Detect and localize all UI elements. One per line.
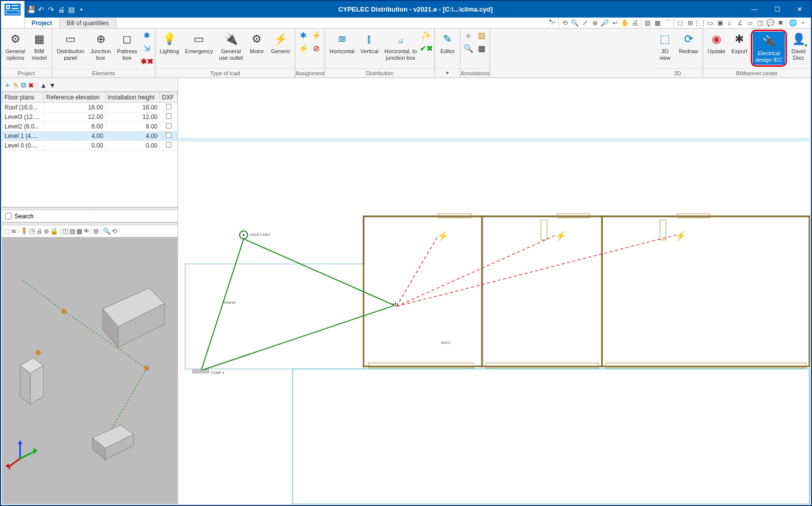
user-account-button[interactable]: 👤●David Díez xyxy=(788,30,809,63)
layers-icon[interactable]: ▥ xyxy=(642,18,653,28)
emergency-button[interactable]: ▭Emergency xyxy=(183,30,216,56)
search-checkbox[interactable] xyxy=(5,213,12,219)
print-icon[interactable]: 🖨 xyxy=(57,5,66,14)
electrical-design-iec-button[interactable]: 🔌Electrical design IEC xyxy=(753,32,785,65)
save-icon[interactable]: 💾 xyxy=(27,5,36,14)
assign-link-icon[interactable]: ✱ xyxy=(297,30,309,42)
horizontal-button[interactable]: ≋Horizontal xyxy=(327,30,357,56)
pv-layers-icon[interactable]: ≋ xyxy=(11,227,17,235)
ribbon-group-label[interactable]: ▾ xyxy=(435,68,460,77)
notes-icon[interactable]: ◫ xyxy=(755,18,765,28)
export-button[interactable]: ✱Export xyxy=(729,30,750,56)
3d-view-button[interactable]: ⬚3D view xyxy=(655,30,676,63)
binoculars-icon[interactable]: 🔭 xyxy=(547,18,557,28)
qat-dropdown-icon[interactable]: ▾ xyxy=(77,5,86,14)
pv-eye-icon[interactable]: 👁 xyxy=(83,227,90,235)
horizontal-junction-button[interactable]: ⟓Horizontal, to junction box xyxy=(382,30,420,63)
pv-box-icon[interactable]: ◳ xyxy=(29,227,35,235)
zoom-prev-icon[interactable]: ↩ xyxy=(610,18,620,28)
pv-i1-icon[interactable]: ◫ xyxy=(62,227,68,235)
lighting-button[interactable]: 💡Lighting xyxy=(157,30,182,56)
measure-icon[interactable]: ⟀ xyxy=(725,18,735,28)
grid-settings-icon[interactable]: ▦ xyxy=(653,18,663,28)
general-options-button[interactable]: ⚙General options xyxy=(3,30,28,63)
pv-i2-icon[interactable]: ▨ xyxy=(69,227,75,235)
tracking-icon[interactable]: ⋮⋮ xyxy=(695,18,705,28)
table-row[interactable]: Level2 (8.0...8.008.00 xyxy=(3,122,178,132)
table-row[interactable]: Roof (16.0...16.0016.00 xyxy=(3,103,178,112)
minimize-button[interactable]: — xyxy=(743,1,766,18)
assign-bolt-icon[interactable]: ⚡ xyxy=(297,43,309,55)
add-row-icon[interactable]: ＋ xyxy=(4,81,11,90)
pv-3d-icon[interactable]: ⬚ xyxy=(4,227,10,235)
pv-explode-icon[interactable]: ⊞ xyxy=(93,227,99,235)
zoom-refresh-icon[interactable]: ⟲ xyxy=(560,18,570,28)
preview-icon[interactable]: ▤ xyxy=(67,5,76,14)
zoom-realtime-icon[interactable]: 🔎 xyxy=(600,18,610,28)
floor-plans-table[interactable]: Floor plans Reference elevation Installa… xyxy=(2,92,178,207)
pv-i3-icon[interactable]: ▦ xyxy=(76,227,82,235)
dist-check-icon[interactable]: ✔✖ xyxy=(420,43,432,55)
table-row[interactable]: Level3 (12....12.0012.00 xyxy=(3,112,178,122)
close-button[interactable]: ✕ xyxy=(788,1,811,18)
editor-button[interactable]: ✎Editor xyxy=(437,30,458,56)
distribution-panel-button[interactable]: ▭Distribution panel xyxy=(54,30,87,63)
junction-box-button[interactable]: ⊕Junction box xyxy=(88,30,113,63)
elements-delete-icon[interactable]: ✱✖ xyxy=(141,56,153,68)
pv-person-icon[interactable]: 🧍 xyxy=(20,227,28,235)
col-reference-elevation[interactable]: Reference elevation xyxy=(44,92,106,103)
tab-project[interactable]: Project xyxy=(25,18,60,28)
general-use-outlet-button[interactable]: 🔌General use outlet xyxy=(217,30,246,63)
annot-find-icon[interactable]: 🔍 xyxy=(462,43,474,55)
pv-lock-icon[interactable]: 🔒 xyxy=(50,227,58,235)
help-dropdown-icon[interactable]: ▾ xyxy=(798,18,808,28)
pv-zoom-icon[interactable]: 🔍 xyxy=(103,227,111,235)
edit-row-icon[interactable]: ✎ xyxy=(13,81,19,89)
comment-icon[interactable]: 💬 xyxy=(765,18,775,28)
maximize-button[interactable]: ☐ xyxy=(766,1,788,18)
angle-icon[interactable]: ∠ xyxy=(735,18,745,28)
table-row[interactable]: Level 1 (4....4.004.00 xyxy=(3,132,178,141)
annot-text-icon[interactable]: ⟐ xyxy=(462,30,474,42)
redo-icon[interactable]: ↷ xyxy=(47,5,56,14)
motor-button[interactable]: ⚙Motor xyxy=(246,30,267,56)
tab-bill-of-quantities[interactable]: Bill of quantities xyxy=(60,18,116,28)
bim-model-button[interactable]: ▦BIM model xyxy=(29,30,50,63)
dxf-icon[interactable]: ▣ xyxy=(715,18,725,28)
pv-print-icon[interactable]: 🖨 xyxy=(36,227,43,235)
delete-row-icon[interactable]: ✖ xyxy=(28,81,34,89)
pv-refresh-icon[interactable]: ⟲ xyxy=(112,227,117,235)
vertical-button[interactable]: ⫿Vertical xyxy=(358,30,381,56)
col-installation-height[interactable]: Installation height xyxy=(105,92,159,103)
snap-icon[interactable]: ⌒ xyxy=(663,18,673,28)
drawing-canvas[interactable]: ⚡ ⚡ ⚡ O01/EX-ME2 CGMP-1 xyxy=(178,79,810,504)
col-dxf[interactable]: DXF xyxy=(160,92,178,103)
ortho-icon[interactable]: ◻ xyxy=(675,18,685,28)
elements-edit-icon[interactable]: ✱ xyxy=(141,30,153,42)
pan-icon[interactable]: ✋ xyxy=(620,18,630,28)
col-floor-plans[interactable]: Floor plans xyxy=(3,92,44,103)
pv-globe-icon[interactable]: ⊛ xyxy=(44,227,49,235)
help-icon[interactable]: 🌐 xyxy=(788,18,798,28)
assign-remove-icon[interactable]: ⊘ xyxy=(310,43,322,55)
copy-row-icon[interactable]: ⧉ xyxy=(21,81,26,89)
undo-icon[interactable]: ↶ xyxy=(37,5,46,14)
print-view-icon[interactable]: 🖨 xyxy=(630,18,640,28)
zoom-window-icon[interactable]: 🔍 xyxy=(570,18,580,28)
elements-move-icon[interactable]: ⇲ xyxy=(141,43,153,55)
move-down-icon[interactable]: ▼ xyxy=(49,81,56,89)
assign-bolt2-icon[interactable]: ⚡ xyxy=(310,30,322,42)
table-row[interactable]: Level 0 (0....0.000.00 xyxy=(3,141,178,151)
preview-3d-viewport[interactable] xyxy=(2,237,178,504)
area-icon[interactable]: ▱ xyxy=(745,18,755,28)
redraw-button[interactable]: ⟳Redraw xyxy=(677,30,701,56)
template-icon[interactable]: ▭ xyxy=(705,18,715,28)
config-icon[interactable]: ✖ xyxy=(775,18,785,28)
dist-wand-icon[interactable]: ✨ xyxy=(420,30,432,42)
update-button[interactable]: ◉Update xyxy=(705,30,728,56)
annot-table-icon[interactable]: ▦ xyxy=(475,43,488,55)
annot-dim-icon[interactable]: ▨ xyxy=(475,30,488,42)
zoom-all-icon[interactable]: ⤢ xyxy=(580,18,590,28)
zoom-in-icon[interactable]: ⊕ xyxy=(590,18,600,28)
generic-button[interactable]: ⚡Generic xyxy=(268,30,293,56)
